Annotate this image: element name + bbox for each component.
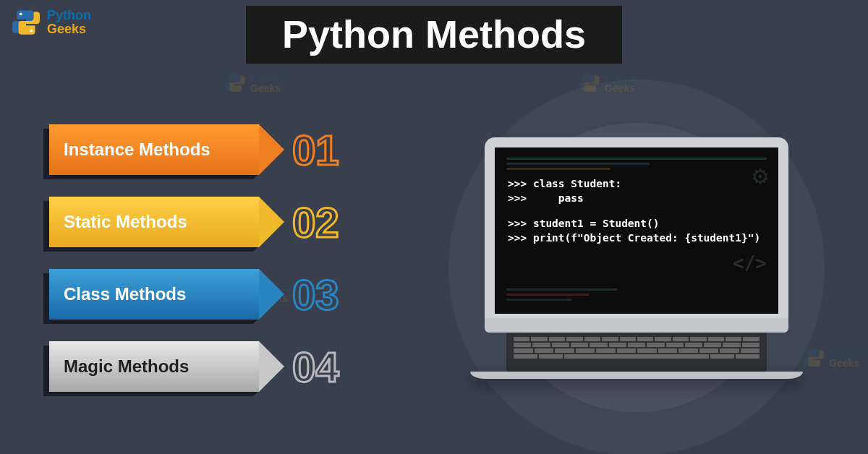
gear-icon: ⚙: [752, 158, 768, 194]
code-decoration-top: [506, 158, 767, 173]
logo-line1: Python: [47, 9, 91, 22]
list-item-static-methods: Static Methods 02: [49, 197, 339, 247]
code-line: >>> class Student:: [508, 176, 765, 191]
arrow-label: Static Methods: [64, 212, 187, 232]
laptop-screen: ⚙ >>> class Student: >>> pass >>> studen…: [495, 147, 778, 314]
laptop-hinge: [485, 318, 788, 333]
svg-point-1: [30, 30, 33, 33]
arrow-number: 01: [292, 126, 339, 174]
laptop-keyboard: [506, 333, 767, 372]
method-list: Instance Methods 01 Static Methods 02 Cl…: [49, 124, 339, 392]
code-line: >>> student1 = Student(): [508, 216, 765, 231]
arrow-label: Class Methods: [64, 284, 186, 304]
arrow-number: 02: [292, 198, 339, 247]
code-line: >>> pass: [508, 191, 765, 205]
arrow-number: 03: [292, 270, 339, 319]
page-title: Python Methods: [246, 6, 622, 64]
laptop-base: [470, 372, 803, 379]
arrow-label: Magic Methods: [64, 356, 189, 377]
arrow-number: 04: [292, 343, 339, 391]
list-item-magic-methods: Magic Methods 04: [49, 341, 339, 392]
python-logo-icon: [11, 7, 41, 38]
laptop: ⚙ >>> class Student: >>> pass >>> studen…: [485, 137, 788, 379]
laptop-screen-frame: ⚙ >>> class Student: >>> pass >>> studen…: [485, 137, 788, 318]
python-geeks-logo: Python Geeks: [11, 7, 91, 38]
watermark: PythonGeeks: [224, 72, 284, 94]
code-bracket-icon: </>: [733, 250, 767, 276]
svg-point-0: [20, 13, 22, 16]
logo-text: Python Geeks: [47, 9, 91, 36]
logo-line2: Geeks: [47, 22, 91, 36]
code-line: >>> print(f"Object Created: {student1}"): [508, 231, 765, 245]
code-decoration-bottom: [506, 288, 692, 304]
arrow-label: Instance Methods: [64, 140, 210, 160]
list-item-class-methods: Class Methods 03: [49, 269, 339, 320]
list-item-instance-methods: Instance Methods 01: [49, 124, 339, 175]
laptop-illustration: ⚙ >>> class Student: >>> pass >>> studen…: [448, 101, 825, 434]
